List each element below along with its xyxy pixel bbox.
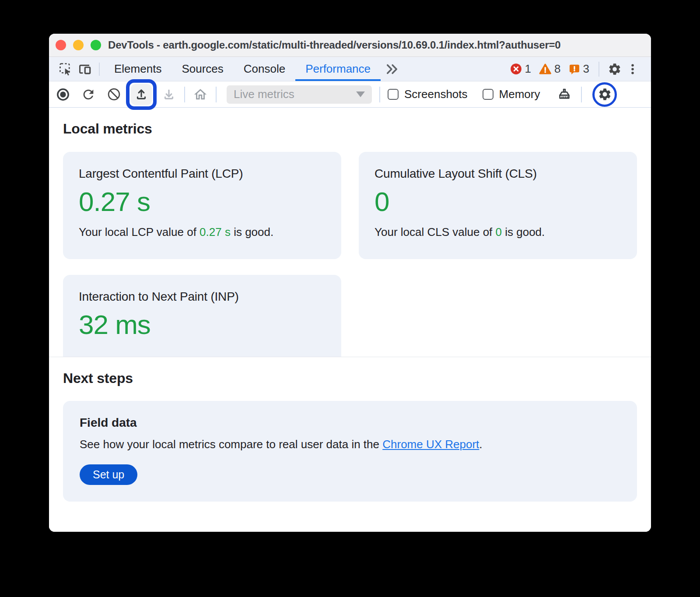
- record-icon: [56, 87, 70, 102]
- screenshots-checkbox-group[interactable]: Screenshots: [388, 88, 468, 101]
- issues-icon: [568, 63, 580, 75]
- upload-highlight-annotation: [126, 79, 157, 110]
- zoom-button[interactable]: [91, 40, 101, 50]
- cls-value: 0: [374, 185, 621, 218]
- download-icon: [162, 88, 176, 102]
- issues-badge[interactable]: 3: [568, 62, 589, 76]
- lcp-value: 0.27 s: [79, 185, 326, 218]
- load-profile-button[interactable]: [131, 84, 152, 105]
- field-data-card: Field data See how your local metrics co…: [63, 401, 637, 502]
- divider: [216, 87, 217, 102]
- collect-garbage-button[interactable]: [555, 85, 574, 104]
- tab-sources[interactable]: Sources: [172, 57, 233, 81]
- kebab-menu-icon: [626, 63, 639, 76]
- reload-icon: [81, 87, 96, 102]
- divider: [581, 87, 582, 102]
- lcp-card: Largest Contentful Paint (LCP) 0.27 s Yo…: [63, 152, 341, 259]
- divider: [99, 63, 100, 76]
- device-toolbar-icon: [78, 62, 92, 76]
- gear-icon: [598, 87, 612, 102]
- memory-checkbox[interactable]: [483, 89, 494, 100]
- clear-icon: [107, 87, 121, 102]
- cls-description: Your local CLS value of 0 is good.: [374, 225, 621, 239]
- upload-icon: [134, 88, 148, 102]
- traffic-lights: [56, 40, 101, 50]
- close-button[interactable]: [56, 40, 66, 50]
- inp-card: Interaction to Next Paint (INP) 32 ms: [63, 275, 341, 357]
- local-metrics-heading: Local metrics: [63, 108, 637, 137]
- cls-title: Cumulative Layout Shift (CLS): [374, 167, 621, 181]
- warning-badge[interactable]: 8: [539, 62, 560, 76]
- field-data-title: Field data: [80, 416, 620, 430]
- screenshots-checkbox[interactable]: [388, 89, 399, 100]
- memory-checkbox-group[interactable]: Memory: [483, 88, 540, 101]
- cls-desc-value: 0: [496, 225, 502, 239]
- performance-toolbar: Live metrics Screenshots Memory: [49, 81, 651, 108]
- devtools-window: DevTools - earth.google.com/static/multi…: [49, 34, 651, 532]
- error-badge[interactable]: 1: [510, 62, 531, 76]
- set-up-button[interactable]: Set up: [80, 464, 137, 485]
- memory-label: Memory: [499, 88, 540, 101]
- tab-elements[interactable]: Elements: [104, 57, 172, 81]
- divider: [379, 87, 380, 102]
- titlebar[interactable]: DevTools - earth.google.com/static/multi…: [49, 34, 651, 57]
- inp-value: 32 ms: [79, 308, 326, 341]
- chevron-double-right-icon: [385, 62, 399, 77]
- live-metrics-home-button[interactable]: [191, 85, 210, 104]
- next-steps-heading: Next steps: [63, 357, 637, 386]
- record-button[interactable]: [53, 85, 73, 104]
- cls-card: Cumulative Layout Shift (CLS) 0 Your loc…: [359, 152, 637, 259]
- home-icon: [193, 87, 208, 102]
- lcp-desc-value: 0.27 s: [200, 225, 231, 239]
- clear-button[interactable]: [104, 85, 123, 104]
- devtools-settings-button[interactable]: [605, 62, 625, 76]
- gear-icon: [608, 62, 622, 76]
- devtools-menu-button[interactable]: [625, 63, 640, 76]
- minimize-button[interactable]: [73, 40, 84, 50]
- live-metrics-select-value: Live metrics: [234, 88, 356, 101]
- settings-highlight-annotation: [592, 82, 617, 107]
- chrome-ux-report-link[interactable]: Chrome UX Report: [382, 438, 479, 451]
- record-and-reload-button[interactable]: [79, 85, 98, 104]
- local-metrics-section: Local metrics Largest Contentful Paint (…: [49, 108, 651, 357]
- field-data-text: See how your local metrics compare to re…: [80, 438, 620, 451]
- inp-title: Interaction to Next Paint (INP): [79, 290, 326, 304]
- live-metrics-select[interactable]: Live metrics: [227, 85, 372, 104]
- capture-settings-button[interactable]: [596, 86, 613, 103]
- screenshots-label: Screenshots: [404, 88, 468, 101]
- issues-count: 3: [583, 62, 589, 76]
- inspect-icon: [59, 62, 73, 76]
- warning-icon: [539, 63, 551, 75]
- collect-garbage-icon: [557, 87, 572, 102]
- lcp-description: Your local LCP value of 0.27 s is good.: [79, 225, 326, 239]
- lcp-title: Largest Contentful Paint (LCP): [79, 167, 326, 181]
- error-icon: [510, 63, 522, 75]
- dropdown-caret-icon: [356, 91, 365, 97]
- device-toolbar-button[interactable]: [75, 57, 94, 81]
- inspect-element-button[interactable]: [56, 57, 75, 81]
- next-steps-section: Next steps Field data See how your local…: [49, 357, 651, 532]
- divider: [184, 87, 185, 102]
- divider: [598, 62, 599, 77]
- tab-performance[interactable]: Performance: [295, 57, 381, 81]
- save-profile-button[interactable]: [159, 85, 178, 104]
- more-tabs-button[interactable]: [381, 57, 403, 81]
- warning-count: 8: [554, 62, 560, 76]
- tab-console[interactable]: Console: [234, 57, 295, 81]
- window-title: DevTools - earth.google.com/static/multi…: [108, 39, 561, 51]
- devtools-tabbar: Elements Sources Console Performance 1: [49, 57, 651, 81]
- error-count: 1: [525, 62, 531, 76]
